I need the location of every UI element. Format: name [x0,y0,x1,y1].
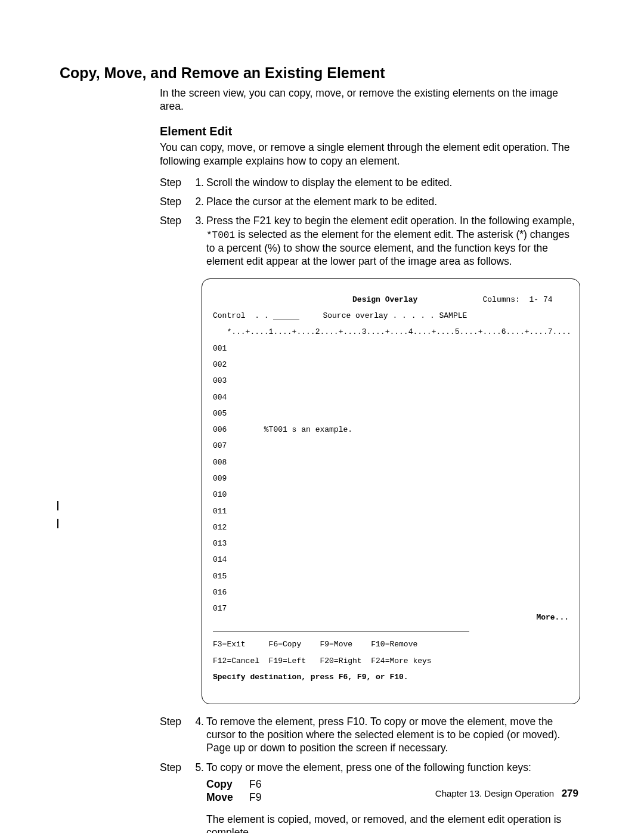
terminal-source-label: Source overlay . . . . . SAMPLE [323,311,467,320]
step-label: Step [160,715,188,755]
terminal-control-input[interactable] [273,320,299,320]
terminal-header: Design Overlay Columns: 1- 74 [213,296,569,304]
terminal-prompt: Specify destination, press F6, F9, or F1… [213,673,569,682]
terminal-fkeys-2: F12=Cancel F19=Left F20=Right F24=More k… [213,657,569,665]
terminal-row: 010 [213,491,569,499]
step-row: Step 1. Scroll the window to display the… [160,176,580,189]
terminal-columns-value: 1- 74 [530,295,553,304]
terminal-row: 005 [213,410,569,418]
terminal-row: 017 [213,605,569,613]
step-num: 5. [188,761,206,833]
step-body: Place the cursor at the element mark to … [206,195,580,208]
terminal-row: 013 [213,540,569,548]
step-body: To remove the element, press F10. To cop… [206,715,580,755]
terminal-row: 016 [213,589,569,597]
terminal-row: 003 [213,377,569,385]
step3-before: Press the F21 key to begin the element e… [206,215,575,227]
terminal-title: Design Overlay [352,295,417,304]
terminal-row: 011 [213,507,569,516]
terminal-row: 001 [213,345,569,353]
step5-after: The element is copied, moved, or removed… [206,813,561,833]
terminal-control-label: Control . . [213,311,269,320]
step-row: Step 3. Press the F21 key to begin the e… [160,214,580,268]
step3-code: *T001 [206,230,235,241]
terminal-row: 014 [213,556,569,564]
change-bar-icon [57,501,58,510]
step-list-cont: Step 4. To remove the element, press F10… [160,715,580,833]
footer-chapter: Chapter 13. Design Operation [435,788,554,798]
fkey-key-move: F9 [249,791,261,804]
step-row: Step 4. To remove the element, press F10… [160,715,580,755]
step-list: Step 1. Scroll the window to display the… [160,176,580,268]
fkey-key-copy: F6 [249,778,261,791]
subintro-para: You can copy, move, or remove a single e… [160,141,580,167]
page-footer: Chapter 13. Design Operation 279 [435,788,578,800]
step-body: Press the F21 key to begin the element e… [206,214,580,268]
terminal-row: 008 [213,459,569,467]
step-num: 3. [188,214,206,268]
step-row: Step 2. Place the cursor at the element … [160,195,580,208]
fkey-name-move: Move [206,791,249,804]
step-num: 4. [188,715,206,755]
terminal-control-line: Control . . Source overlay . . . . . SAM… [213,312,569,320]
subhead-element-edit: Element Edit [160,125,580,138]
terminal-row: 015 [213,572,569,581]
terminal-divider [213,631,469,631]
footer-page-number: 279 [562,788,578,799]
step-num: 2. [188,195,206,208]
step-num: 1. [188,176,206,189]
fkey-name-copy: Copy [206,778,249,791]
page-title: Copy, Move, and Remove an Existing Eleme… [60,64,584,82]
terminal-columns-label: Columns: [482,295,519,304]
step5-text: To copy or move the element, press one o… [206,761,531,773]
terminal-screen: Design Overlay Columns: 1- 74 Control . … [202,278,580,704]
terminal-more: More... [213,614,569,622]
terminal-row: 002 [213,361,569,369]
intro-para: In the screen view, you can copy, move, … [160,86,580,113]
step-label: Step [160,761,188,833]
step-body: Scroll the window to display the element… [206,176,580,189]
step-label: Step [160,176,188,189]
step-label: Step [160,214,188,268]
terminal-row: 009 [213,475,569,483]
terminal-fkeys-1: F3=Exit F6=Copy F9=Move F10=Remove [213,640,569,649]
step-label: Step [160,195,188,208]
terminal-row: 007 [213,442,569,450]
terminal-row: 006 %T001 s an example. [213,426,569,434]
step3-after: is selected as the element for the eleme… [206,228,569,268]
terminal-row: 012 [213,524,569,532]
change-bar-icon [57,519,58,528]
terminal-row: 004 [213,394,569,402]
terminal-ruler: *...+....1....+....2....+....3....+....4… [213,328,569,336]
